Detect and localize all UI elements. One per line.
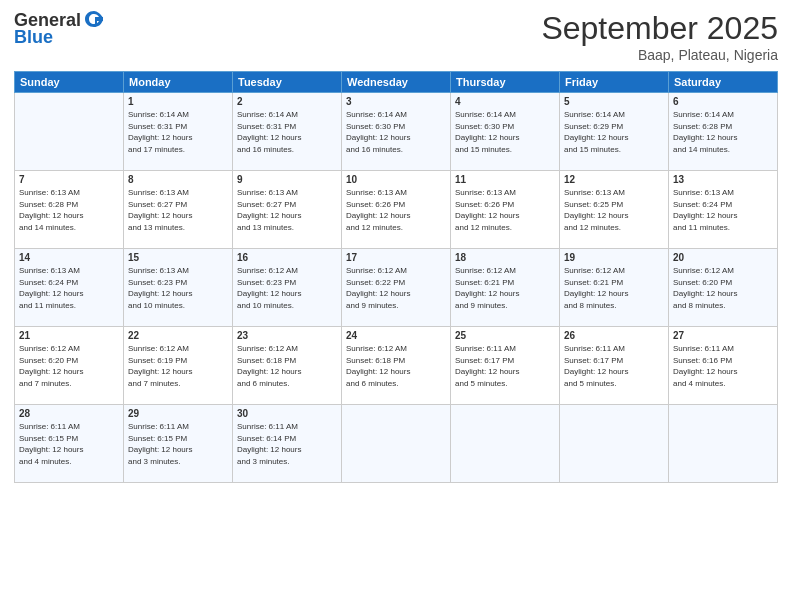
calendar-cell: 8Sunrise: 6:13 AM Sunset: 6:27 PM Daylig…: [124, 171, 233, 249]
day-number: 23: [237, 330, 337, 341]
day-number: 2: [237, 96, 337, 107]
calendar-cell: 16Sunrise: 6:12 AM Sunset: 6:23 PM Dayli…: [233, 249, 342, 327]
day-info: Sunrise: 6:13 AM Sunset: 6:28 PM Dayligh…: [19, 187, 119, 233]
day-number: 6: [673, 96, 773, 107]
day-info: Sunrise: 6:11 AM Sunset: 6:15 PM Dayligh…: [128, 421, 228, 467]
day-info: Sunrise: 6:13 AM Sunset: 6:24 PM Dayligh…: [19, 265, 119, 311]
day-info: Sunrise: 6:11 AM Sunset: 6:15 PM Dayligh…: [19, 421, 119, 467]
day-number: 20: [673, 252, 773, 263]
calendar-cell: 7Sunrise: 6:13 AM Sunset: 6:28 PM Daylig…: [15, 171, 124, 249]
column-header-sunday: Sunday: [15, 72, 124, 93]
column-header-tuesday: Tuesday: [233, 72, 342, 93]
day-number: 19: [564, 252, 664, 263]
calendar-cell: 26Sunrise: 6:11 AM Sunset: 6:17 PM Dayli…: [560, 327, 669, 405]
calendar-cell: 15Sunrise: 6:13 AM Sunset: 6:23 PM Dayli…: [124, 249, 233, 327]
day-info: Sunrise: 6:14 AM Sunset: 6:29 PM Dayligh…: [564, 109, 664, 155]
day-number: 10: [346, 174, 446, 185]
day-info: Sunrise: 6:12 AM Sunset: 6:20 PM Dayligh…: [19, 343, 119, 389]
calendar-cell: 11Sunrise: 6:13 AM Sunset: 6:26 PM Dayli…: [451, 171, 560, 249]
day-number: 5: [564, 96, 664, 107]
calendar-week-row: 1Sunrise: 6:14 AM Sunset: 6:31 PM Daylig…: [15, 93, 778, 171]
calendar-cell: 30Sunrise: 6:11 AM Sunset: 6:14 PM Dayli…: [233, 405, 342, 483]
day-number: 3: [346, 96, 446, 107]
calendar-cell: 21Sunrise: 6:12 AM Sunset: 6:20 PM Dayli…: [15, 327, 124, 405]
day-number: 13: [673, 174, 773, 185]
day-info: Sunrise: 6:12 AM Sunset: 6:21 PM Dayligh…: [455, 265, 555, 311]
day-info: Sunrise: 6:14 AM Sunset: 6:30 PM Dayligh…: [455, 109, 555, 155]
day-number: 15: [128, 252, 228, 263]
day-number: 18: [455, 252, 555, 263]
calendar-week-row: 28Sunrise: 6:11 AM Sunset: 6:15 PM Dayli…: [15, 405, 778, 483]
calendar-cell: 6Sunrise: 6:14 AM Sunset: 6:28 PM Daylig…: [669, 93, 778, 171]
day-number: 16: [237, 252, 337, 263]
day-info: Sunrise: 6:14 AM Sunset: 6:31 PM Dayligh…: [237, 109, 337, 155]
calendar-cell: 22Sunrise: 6:12 AM Sunset: 6:19 PM Dayli…: [124, 327, 233, 405]
calendar-cell: 20Sunrise: 6:12 AM Sunset: 6:20 PM Dayli…: [669, 249, 778, 327]
day-number: 26: [564, 330, 664, 341]
day-info: Sunrise: 6:12 AM Sunset: 6:19 PM Dayligh…: [128, 343, 228, 389]
calendar-cell: 18Sunrise: 6:12 AM Sunset: 6:21 PM Dayli…: [451, 249, 560, 327]
day-number: 30: [237, 408, 337, 419]
calendar-cell: 23Sunrise: 6:12 AM Sunset: 6:18 PM Dayli…: [233, 327, 342, 405]
day-number: 12: [564, 174, 664, 185]
page-header: General Blue September 2025 Baap, Platea…: [14, 10, 778, 63]
day-info: Sunrise: 6:14 AM Sunset: 6:30 PM Dayligh…: [346, 109, 446, 155]
day-number: 11: [455, 174, 555, 185]
calendar-cell: [451, 405, 560, 483]
day-info: Sunrise: 6:12 AM Sunset: 6:20 PM Dayligh…: [673, 265, 773, 311]
logo: General Blue: [14, 10, 105, 48]
day-info: Sunrise: 6:13 AM Sunset: 6:27 PM Dayligh…: [128, 187, 228, 233]
day-number: 25: [455, 330, 555, 341]
day-number: 1: [128, 96, 228, 107]
column-header-friday: Friday: [560, 72, 669, 93]
location-subtitle: Baap, Plateau, Nigeria: [541, 47, 778, 63]
logo-icon: [83, 9, 105, 31]
day-info: Sunrise: 6:13 AM Sunset: 6:26 PM Dayligh…: [346, 187, 446, 233]
title-block: September 2025 Baap, Plateau, Nigeria: [541, 10, 778, 63]
column-header-saturday: Saturday: [669, 72, 778, 93]
day-info: Sunrise: 6:12 AM Sunset: 6:18 PM Dayligh…: [346, 343, 446, 389]
calendar-cell: 10Sunrise: 6:13 AM Sunset: 6:26 PM Dayli…: [342, 171, 451, 249]
day-number: 24: [346, 330, 446, 341]
calendar-week-row: 14Sunrise: 6:13 AM Sunset: 6:24 PM Dayli…: [15, 249, 778, 327]
day-info: Sunrise: 6:12 AM Sunset: 6:21 PM Dayligh…: [564, 265, 664, 311]
calendar-week-row: 21Sunrise: 6:12 AM Sunset: 6:20 PM Dayli…: [15, 327, 778, 405]
day-number: 9: [237, 174, 337, 185]
calendar-cell: 9Sunrise: 6:13 AM Sunset: 6:27 PM Daylig…: [233, 171, 342, 249]
day-info: Sunrise: 6:11 AM Sunset: 6:14 PM Dayligh…: [237, 421, 337, 467]
day-number: 8: [128, 174, 228, 185]
calendar-cell: 1Sunrise: 6:14 AM Sunset: 6:31 PM Daylig…: [124, 93, 233, 171]
calendar-week-row: 7Sunrise: 6:13 AM Sunset: 6:28 PM Daylig…: [15, 171, 778, 249]
day-info: Sunrise: 6:12 AM Sunset: 6:18 PM Dayligh…: [237, 343, 337, 389]
day-info: Sunrise: 6:11 AM Sunset: 6:17 PM Dayligh…: [564, 343, 664, 389]
day-number: 7: [19, 174, 119, 185]
day-info: Sunrise: 6:13 AM Sunset: 6:27 PM Dayligh…: [237, 187, 337, 233]
month-title: September 2025: [541, 10, 778, 47]
calendar-header-row: SundayMondayTuesdayWednesdayThursdayFrid…: [15, 72, 778, 93]
day-info: Sunrise: 6:14 AM Sunset: 6:28 PM Dayligh…: [673, 109, 773, 155]
calendar-cell: 27Sunrise: 6:11 AM Sunset: 6:16 PM Dayli…: [669, 327, 778, 405]
day-info: Sunrise: 6:12 AM Sunset: 6:23 PM Dayligh…: [237, 265, 337, 311]
calendar-cell: 28Sunrise: 6:11 AM Sunset: 6:15 PM Dayli…: [15, 405, 124, 483]
calendar-cell: 25Sunrise: 6:11 AM Sunset: 6:17 PM Dayli…: [451, 327, 560, 405]
day-number: 29: [128, 408, 228, 419]
day-number: 28: [19, 408, 119, 419]
day-number: 14: [19, 252, 119, 263]
day-info: Sunrise: 6:11 AM Sunset: 6:17 PM Dayligh…: [455, 343, 555, 389]
day-number: 27: [673, 330, 773, 341]
column-header-thursday: Thursday: [451, 72, 560, 93]
calendar-cell: [669, 405, 778, 483]
column-header-wednesday: Wednesday: [342, 72, 451, 93]
day-info: Sunrise: 6:11 AM Sunset: 6:16 PM Dayligh…: [673, 343, 773, 389]
day-info: Sunrise: 6:13 AM Sunset: 6:24 PM Dayligh…: [673, 187, 773, 233]
day-number: 21: [19, 330, 119, 341]
day-info: Sunrise: 6:13 AM Sunset: 6:25 PM Dayligh…: [564, 187, 664, 233]
calendar-table: SundayMondayTuesdayWednesdayThursdayFrid…: [14, 71, 778, 483]
calendar-cell: [15, 93, 124, 171]
calendar-cell: 24Sunrise: 6:12 AM Sunset: 6:18 PM Dayli…: [342, 327, 451, 405]
column-header-monday: Monday: [124, 72, 233, 93]
day-number: 4: [455, 96, 555, 107]
calendar-cell: 5Sunrise: 6:14 AM Sunset: 6:29 PM Daylig…: [560, 93, 669, 171]
calendar-cell: 12Sunrise: 6:13 AM Sunset: 6:25 PM Dayli…: [560, 171, 669, 249]
calendar-cell: 19Sunrise: 6:12 AM Sunset: 6:21 PM Dayli…: [560, 249, 669, 327]
